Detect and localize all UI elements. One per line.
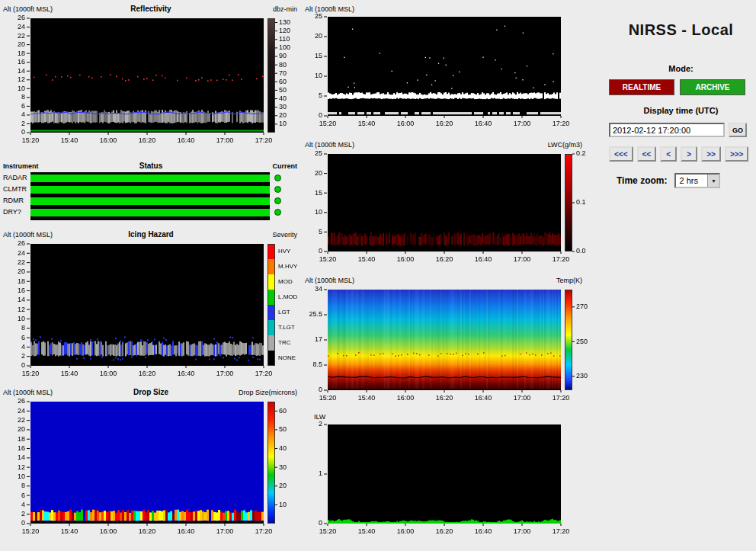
nav-fastest-back-button[interactable]: <<< xyxy=(609,146,633,162)
cloud-boundaries-canvas xyxy=(303,14,602,127)
go-button[interactable]: GO xyxy=(729,123,747,137)
icing-hazard-canvas xyxy=(2,239,300,378)
nirss-app: Alt (1000ft MSL) Reflectivity dbz-min In… xyxy=(0,0,756,551)
time-zoom-value: 2 hrs xyxy=(676,176,707,185)
nav-fast-forward-button[interactable]: >> xyxy=(701,146,721,162)
lwc-colorbar-label: LWC(g/m3) xyxy=(548,140,582,149)
display-time-input[interactable] xyxy=(609,123,725,137)
cloud-boundaries-alt-label: Alt (1000ft MSL) xyxy=(305,5,354,14)
reflectivity-title: Reflectivity xyxy=(2,5,300,14)
nav-back-button[interactable]: < xyxy=(660,146,677,162)
status-stripe xyxy=(30,197,270,205)
status-panel: Instrument Status Current RADARCLMTRRDMR… xyxy=(2,162,300,223)
drop-size-panel: Alt (1000ft MSL) Drop Size Drop Size(mic… xyxy=(2,388,300,536)
status-current-indicator xyxy=(274,175,281,181)
status-current-indicator xyxy=(274,186,281,193)
lwc-panel: Alt (1000ft MSL) LWC(g/m3) xyxy=(303,140,602,264)
cloud-boundaries-header: Alt (1000ft MSL) xyxy=(303,5,602,14)
status-current-indicator xyxy=(274,197,281,204)
mode-buttons: REALTIME ARCHIVE xyxy=(609,79,745,95)
realtime-button[interactable]: REALTIME xyxy=(609,79,674,95)
temperature-alt-label: Alt (1000ft MSL) xyxy=(305,276,354,285)
drop-size-header: Alt (1000ft MSL) Drop Size Drop Size(mic… xyxy=(2,388,300,397)
cloud-boundaries-panel: Alt (1000ft MSL) xyxy=(303,5,602,127)
icing-hazard-title: Icing Hazard xyxy=(2,230,300,239)
status-current-indicator xyxy=(274,209,281,216)
lwc-canvas xyxy=(303,149,602,264)
reflectivity-canvas xyxy=(2,14,300,145)
app-title: NIRSS - Local xyxy=(606,21,756,39)
instrument-label-radar: RADAR xyxy=(3,174,27,182)
instrument-label-dry: DRY? xyxy=(3,208,21,216)
status-panel-header: Instrument Status Current xyxy=(2,162,300,171)
icing-hazard-panel: Alt (1000ft MSL) Icing Hazard Severity xyxy=(2,230,300,378)
icing-hazard-header: Alt (1000ft MSL) Icing Hazard Severity xyxy=(2,230,300,239)
temperature-canvas xyxy=(303,285,602,402)
ilw-header: ILW xyxy=(303,412,602,421)
temperature-panel: Alt (1000ft MSL) Temp(K) xyxy=(303,276,602,402)
time-zoom-row: Time zoom: 2 hrs ▼ xyxy=(617,173,720,188)
nav-buttons: <<<<<<>>>>>> xyxy=(609,146,748,162)
display-time-row: GO xyxy=(609,123,747,137)
status-rows: RADARCLMTRRDMRDRY? xyxy=(2,172,300,221)
lwc-header: Alt (1000ft MSL) LWC(g/m3) xyxy=(303,140,602,149)
display-time-label: Display time (UTC) xyxy=(606,106,756,115)
dropdown-arrow-icon: ▼ xyxy=(707,175,719,187)
status-stripe xyxy=(30,186,270,194)
severity-colorbar-label: Severity xyxy=(272,230,297,239)
instrument-label-clmtr: CLMTR xyxy=(3,185,27,194)
status-stripe xyxy=(30,175,270,182)
control-panel: NIRSS - Local Mode: REALTIME ARCHIVE Dis… xyxy=(606,0,756,551)
reflectivity-header: Alt (1000ft MSL) Reflectivity dbz-min xyxy=(2,5,300,14)
ilw-panel: ILW xyxy=(303,412,602,534)
status-stripes-box xyxy=(30,172,270,220)
current-header: Current xyxy=(272,162,297,171)
reflectivity-colorbar-label: dbz-min xyxy=(273,5,297,14)
temperature-header: Alt (1000ft MSL) Temp(K) xyxy=(303,276,602,285)
status-stripe xyxy=(30,209,270,216)
time-zoom-label: Time zoom: xyxy=(617,175,667,186)
instrument-label-rdmr: RDMR xyxy=(3,197,24,205)
ilw-label: ILW xyxy=(314,412,325,421)
archive-button[interactable]: ARCHIVE xyxy=(680,79,745,95)
drop-size-canvas xyxy=(2,397,300,536)
lwc-alt-label: Alt (1000ft MSL) xyxy=(305,140,354,149)
nav-forward-button[interactable]: > xyxy=(681,146,697,162)
ilw-canvas xyxy=(303,421,602,534)
drop-size-colorbar-label: Drop Size(microns) xyxy=(239,388,297,397)
reflectivity-panel: Alt (1000ft MSL) Reflectivity dbz-min xyxy=(2,5,300,145)
status-header: Status xyxy=(2,162,300,171)
nav-fastest-forward-button[interactable]: >>> xyxy=(725,146,749,162)
temperature-colorbar-label: Temp(K) xyxy=(556,276,582,285)
mode-label: Mode: xyxy=(606,64,756,73)
nav-fast-back-button[interactable]: << xyxy=(637,146,657,162)
time-zoom-select[interactable]: 2 hrs ▼ xyxy=(674,173,720,188)
